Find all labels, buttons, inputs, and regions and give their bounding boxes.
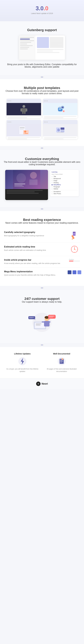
- window-dot: [9, 100, 10, 101]
- divider-dot: [40, 288, 41, 288]
- card-line: [44, 116, 76, 117]
- gutenberg-text-line: [51, 46, 63, 46]
- radio-button[interactable]: [51, 188, 53, 190]
- svg-point-0: [23, 105, 25, 108]
- feature-description: Best typography for a delightful reading…: [4, 234, 66, 237]
- svg-rect-54: [36, 325, 41, 326]
- footer-section: N Neori: [0, 378, 84, 389]
- feature-description: Each article comes with an estimation of…: [4, 249, 66, 252]
- svg-rect-26: [57, 132, 64, 133]
- reading-feature-typography: Carefully selected typography Best typog…: [4, 228, 80, 243]
- progress-icon-area: Reading...: [69, 259, 80, 262]
- document-icon-area: [57, 356, 66, 366]
- panel-option[interactable]: Heading: [51, 182, 78, 184]
- template-card-1: [6, 99, 41, 118]
- support-description: Our support team is always ready to help…: [4, 301, 80, 303]
- card-image: [6, 103, 41, 115]
- version-text: 3.0: [36, 5, 43, 12]
- panel-option[interactable]: Image: [51, 180, 78, 182]
- radio-button[interactable]: [51, 178, 53, 179]
- card-body: [6, 115, 41, 118]
- progress-label: Reading...: [69, 259, 80, 260]
- panel-option[interactable]: Annotations: [51, 191, 78, 192]
- divider-dot: [43, 148, 44, 148]
- feature-title: Inside article progress bar: [4, 259, 66, 261]
- panel-option[interactable]: Body/Menu: [51, 184, 78, 186]
- panel-option[interactable]: Slick Photos: [51, 193, 78, 194]
- preview-line: [6, 192, 35, 192]
- clock-icon: [71, 246, 78, 253]
- radio-button[interactable]: [51, 193, 53, 194]
- divider-dot: [43, 77, 44, 78]
- lightning-icon: [18, 357, 26, 366]
- feature-text: Mega Menu implementation Quick access to…: [4, 270, 66, 276]
- svg-rect-1: [22, 108, 26, 112]
- gutenberg-text-line: [37, 52, 59, 53]
- gutenberg-title: Gutenberg support: [4, 28, 80, 32]
- templates-title: Multiple post templates: [3, 86, 81, 90]
- radio-button[interactable]: [51, 176, 53, 177]
- card-image: [43, 124, 78, 136]
- gutenberg-text-line: [37, 50, 53, 52]
- svg-rect-11: [62, 107, 64, 108]
- support-illustration: [27, 307, 57, 332]
- panel-option[interactable]: Title: [51, 176, 78, 177]
- card-line: [44, 137, 76, 138]
- option-label: Body/Menu: [53, 184, 61, 186]
- divider-dot-active: [42, 77, 42, 78]
- preview-line: [6, 193, 39, 194]
- option-label: Image: [53, 180, 57, 182]
- svg-rect-29: [14, 184, 25, 184]
- window-dot: [10, 100, 11, 101]
- panel-option[interactable]: Sidebar: [51, 188, 78, 190]
- radio-button[interactable]: [51, 186, 53, 188]
- panel-title: Learning: [51, 171, 78, 173]
- svg-rect-38: [74, 233, 75, 233]
- radio-button-selected[interactable]: [51, 184, 53, 185]
- gutenberg-text-line: [51, 44, 58, 45]
- svg-rect-9: [59, 109, 61, 110]
- lifetime-updates-title: Lifetime Updates: [4, 352, 41, 355]
- reading-features-list: Carefully selected typography Best typog…: [4, 228, 80, 279]
- customize-demo: Learning Neori Theme Global Title Backgr…: [5, 170, 79, 200]
- mega-square-1: [68, 270, 72, 274]
- feature-title: Carefully selected typography: [4, 231, 66, 234]
- svg-rect-75: [60, 362, 62, 362]
- radio-button[interactable]: [51, 191, 53, 192]
- bottom-features-grid: Lifetime Updates As a buyer, you will be…: [4, 352, 80, 373]
- window-dot: [8, 100, 8, 101]
- svg-rect-24: [61, 130, 64, 132]
- option-label: Paragraph: [53, 186, 60, 188]
- svg-point-46: [74, 252, 75, 252]
- svg-rect-53: [36, 324, 40, 325]
- svg-rect-2: [20, 108, 22, 112]
- svg-rect-63: [49, 317, 53, 317]
- hero-section: 3.0.0 Latest Neori update of 2019: [0, 0, 84, 21]
- window-dot: [44, 122, 45, 122]
- panel-option[interactable]: Background: [51, 178, 78, 179]
- panel-option[interactable]: Paragraph: [51, 186, 78, 188]
- customize-description: The front-end visual editor is back! Cus…: [3, 161, 81, 166]
- radio-button[interactable]: [51, 180, 53, 181]
- customize-section: Customize everything The front-end visua…: [0, 150, 84, 207]
- card-header: [6, 120, 41, 124]
- gutenberg-block: [50, 37, 63, 48]
- progress-fill: [69, 261, 73, 262]
- card-body: [6, 136, 41, 139]
- well-documented-title: Well Documented: [43, 352, 80, 355]
- card-line: [8, 116, 40, 117]
- lightning-icon-area: [18, 356, 27, 366]
- theme-panel[interactable]: Learning Neori Theme Global Title Backgr…: [50, 170, 79, 196]
- window-dot: [47, 100, 47, 101]
- svg-point-32: [30, 172, 37, 179]
- svg-rect-62: [49, 316, 54, 316]
- mega-menu-squares: [68, 270, 81, 274]
- svg-rect-23: [61, 128, 64, 130]
- svg-point-45: [77, 249, 78, 250]
- customize-preview: [5, 170, 48, 200]
- sidebar-line: [20, 44, 27, 44]
- blog-preview-illustration: [5, 170, 48, 189]
- radio-button[interactable]: [51, 182, 53, 183]
- feature-title: Estimated article reading time: [4, 246, 66, 248]
- option-label: Annotations: [53, 191, 61, 192]
